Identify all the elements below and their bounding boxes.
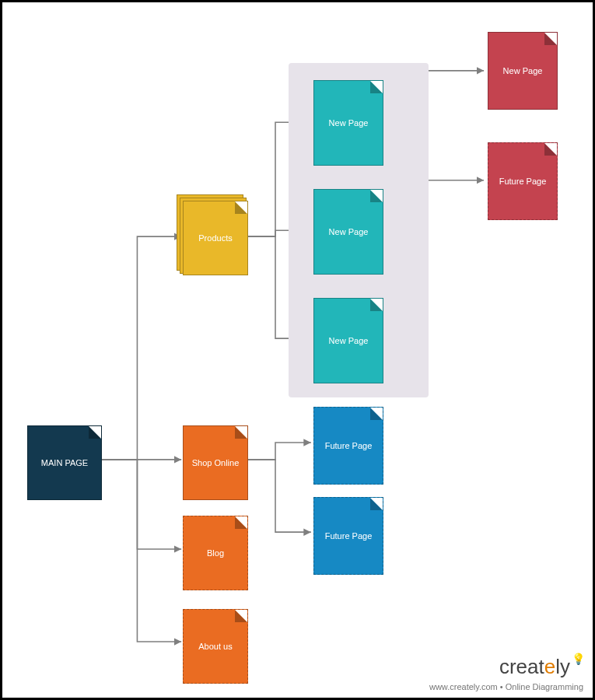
page-fold-icon [370, 408, 383, 420]
node-label: About us [198, 642, 232, 651]
connector-shopOnline-fp1 [247, 443, 311, 460]
node-blog[interactable]: Blog [183, 516, 248, 590]
diagram-frame: MAIN PAGEProductsShop OnlineBlogAbout us… [0, 0, 595, 700]
page-fold-icon [370, 299, 383, 311]
page-fold-icon [235, 201, 247, 214]
node-fp1[interactable]: Future Page [313, 407, 383, 485]
page-fold-icon [370, 190, 383, 202]
node-rFut[interactable]: Future Page [488, 142, 558, 220]
node-label: Blog [207, 548, 224, 558]
node-label: New Page [329, 336, 369, 345]
node-shopOnline[interactable]: Shop Online [183, 425, 248, 500]
node-label: New Page [503, 66, 543, 75]
connector-shopOnline-fp2 [247, 460, 311, 532]
brand-logo: creately💡 [499, 655, 583, 678]
connector-main-blog [101, 460, 181, 549]
node-label: Future Page [325, 441, 373, 450]
watermark: creately💡 www.creately.com • Online Diag… [429, 653, 583, 693]
node-label: New Page [329, 227, 369, 236]
node-aboutUs[interactable]: About us [183, 609, 248, 684]
page-fold-icon [235, 610, 247, 622]
connector-main-aboutUs [101, 460, 181, 642]
node-np3[interactable]: New Page [313, 298, 383, 383]
page-fold-icon [544, 143, 557, 156]
node-label: New Page [329, 118, 369, 128]
node-label: MAIN PAGE [41, 458, 88, 467]
node-np2[interactable]: New Page [313, 189, 383, 275]
node-main[interactable]: MAIN PAGE [27, 425, 102, 500]
bulb-icon: 💡 [572, 653, 585, 665]
page-fold-icon [370, 498, 383, 510]
page-fold-icon [370, 81, 383, 93]
node-fp2[interactable]: Future Page [313, 497, 383, 575]
node-label: Shop Online [192, 458, 240, 467]
page-fold-icon [89, 426, 101, 439]
node-label: Products [198, 233, 232, 243]
node-label: Future Page [325, 531, 373, 541]
node-label: Future Page [499, 177, 547, 186]
node-rNew[interactable]: New Page [488, 32, 558, 110]
page-fold-icon [235, 426, 247, 439]
watermark-line: www.creately.com • Online Diagramming [429, 682, 583, 691]
page-fold-icon [235, 516, 247, 529]
node-products[interactable]: Products [183, 201, 248, 275]
connector-main-products [101, 236, 181, 460]
page-fold-icon [544, 33, 557, 45]
node-np1[interactable]: New Page [313, 80, 383, 166]
